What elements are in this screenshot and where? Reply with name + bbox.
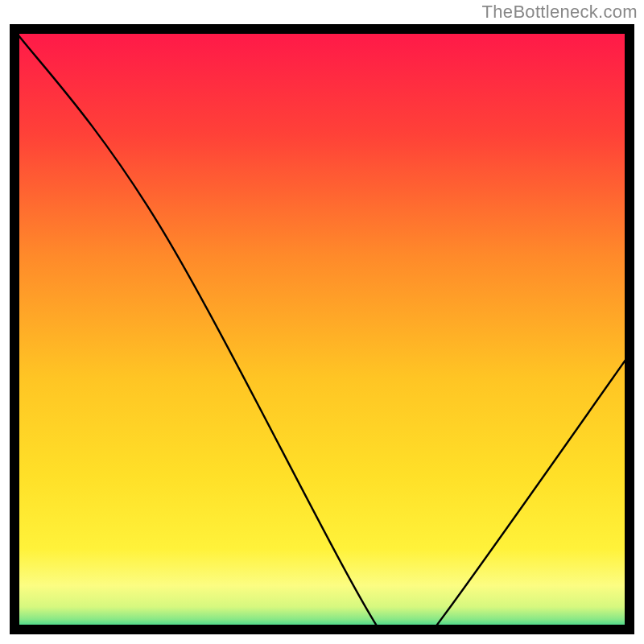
bottleneck-chart — [0, 0, 644, 644]
chart-container: TheBottleneck.com — [0, 0, 644, 644]
gradient-background — [10, 24, 634, 634]
watermark-text: TheBottleneck.com — [482, 2, 638, 23]
